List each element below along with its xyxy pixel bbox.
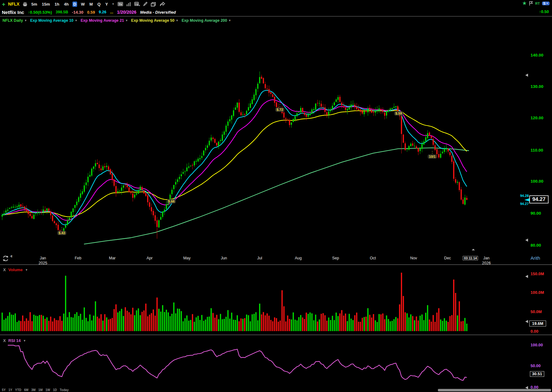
volume-bar xyxy=(31,321,33,331)
x-axis-tick: Apr xyxy=(146,256,152,261)
stat-cyan: 9.26 xyxy=(99,10,106,14)
indicator-item-2[interactable]: Exp Moving Average 21▼ xyxy=(81,18,128,23)
timeframe-button-4h[interactable]: 4h xyxy=(63,2,70,7)
indicator-dropdown-icon[interactable]: ▼ xyxy=(176,19,179,22)
volume-bar xyxy=(143,310,145,331)
candle-body xyxy=(304,113,305,115)
candle-body xyxy=(449,152,451,155)
volume-bar xyxy=(235,320,236,331)
candle-body xyxy=(82,191,83,194)
timeframe-dropdown-icon[interactable]: ▼ xyxy=(112,2,114,6)
range-button-1d[interactable]: 1D xyxy=(53,388,57,392)
timeframe-button-5m[interactable]: 5m xyxy=(30,2,38,7)
volume-bar xyxy=(181,311,182,331)
candle-body xyxy=(127,185,128,187)
indicator-dropdown-icon[interactable]: ▼ xyxy=(228,19,231,22)
rsi-dropdown-icon[interactable]: ▼ xyxy=(23,339,26,342)
candle-body xyxy=(311,109,313,114)
volume-bar xyxy=(434,322,436,331)
ticker-symbol[interactable]: NFLX xyxy=(8,2,20,7)
price-chart-canvas[interactable] xyxy=(0,0,552,392)
volume-bar xyxy=(293,312,294,331)
favorite-star-icon[interactable]: ★ xyxy=(522,1,527,6)
header-right-cluster: ★ RT S▼ xyxy=(522,1,550,6)
flag-icon[interactable] xyxy=(529,1,533,6)
range-button-1m[interactable]: 1M xyxy=(38,388,43,392)
volume-axis-label: 150.0M xyxy=(531,271,544,276)
scale-mode-label[interactable]: Arith xyxy=(531,255,540,261)
add-symbol-icon[interactable]: + xyxy=(2,1,5,7)
indicator-item-3[interactable]: Exp Moving Average 50▼ xyxy=(131,18,179,23)
draw-pencil-icon[interactable] xyxy=(143,2,148,7)
candle-body xyxy=(401,116,402,134)
indicator-item-1[interactable]: Exp Moving Average 10▼ xyxy=(30,18,77,23)
volume-dropdown-icon[interactable]: ▼ xyxy=(25,268,28,271)
indicator-dropdown-icon[interactable]: ▼ xyxy=(75,19,77,22)
range-button-5y[interactable]: 5Y xyxy=(2,388,6,392)
range-button-1y[interactable]: 1Y xyxy=(8,388,12,392)
candle-body xyxy=(453,161,454,179)
candle-body xyxy=(3,213,5,215)
candle-body xyxy=(364,111,365,114)
timeframe-button-w[interactable]: W xyxy=(80,2,86,7)
range-button-ytd[interactable]: YTD xyxy=(15,388,21,392)
timeframe-button-m[interactable]: M xyxy=(89,2,94,7)
volume-bar xyxy=(229,319,230,331)
candle-body xyxy=(128,187,130,192)
volume-bar xyxy=(382,313,383,331)
candle-body xyxy=(423,142,424,145)
indicator-dropdown-icon[interactable]: ▼ xyxy=(125,19,128,22)
volume-bar xyxy=(246,315,247,331)
volume-bar xyxy=(20,321,21,331)
candle-body xyxy=(328,112,329,115)
candle-body xyxy=(136,193,137,194)
stream-source-badge[interactable]: S▼ xyxy=(542,2,550,5)
volume-bar xyxy=(431,321,432,331)
candle-body xyxy=(80,194,81,198)
candle-body xyxy=(108,166,109,170)
rsi-title[interactable]: RSI 14 xyxy=(8,338,21,343)
candle-body xyxy=(119,191,120,192)
candle-body xyxy=(149,202,150,207)
volume-bar xyxy=(280,321,281,331)
indicator-item-4[interactable]: Exp Moving Average 200▼ xyxy=(182,18,231,23)
candle-body xyxy=(123,185,124,188)
range-button-3m[interactable]: 3M xyxy=(31,388,35,392)
indicator-item-0[interactable]: NFLX Daily▼ xyxy=(2,18,27,23)
candle-body xyxy=(412,144,413,146)
tv-icon[interactable]: Tv xyxy=(117,2,123,7)
folder-icon[interactable] xyxy=(151,2,156,7)
candle-body xyxy=(31,216,33,218)
timeframe-button-15m[interactable]: 15m xyxy=(41,2,51,7)
volume-title[interactable]: Volume xyxy=(8,267,23,272)
volume-bar xyxy=(199,320,201,331)
candle-body xyxy=(451,156,452,162)
volume-bars-icon[interactable] xyxy=(126,2,131,7)
candle-body xyxy=(388,110,389,112)
range-button-1w[interactable]: 1W xyxy=(45,388,50,392)
timeframe-button-1h[interactable]: 1h xyxy=(54,2,60,7)
rsi-close-button[interactable]: X xyxy=(3,338,6,343)
volume-bar xyxy=(350,319,352,331)
timeframe-button-d[interactable]: D xyxy=(72,2,77,7)
timeframe-button-y[interactable]: Y xyxy=(104,2,109,7)
compress-button-label[interactable]: c xyxy=(11,254,12,258)
volume-bar xyxy=(296,320,298,331)
volume-bar xyxy=(26,318,27,331)
print-icon[interactable] xyxy=(22,2,28,7)
volume-close-button[interactable]: X xyxy=(3,267,6,272)
stat-ellipsis[interactable]: ... xyxy=(110,10,113,14)
calculator-add-icon[interactable]: + xyxy=(134,2,140,7)
indicator-dropdown-icon[interactable]: ▼ xyxy=(24,19,27,22)
share-icon[interactable] xyxy=(159,2,165,7)
volume-bar xyxy=(117,312,118,331)
axis-arrow-icon xyxy=(525,74,528,77)
refresh-cycle-icon[interactable] xyxy=(2,255,9,262)
volume-bar xyxy=(347,321,348,331)
timeframe-button-q[interactable]: Q xyxy=(96,2,101,7)
chart-annotation: 10/1 xyxy=(428,154,437,159)
trading-app-window: + NFLX 5m15m1h4hDWMQY ▼ Tv + ★ RT xyxy=(0,0,552,392)
range-button-6m[interactable]: 6M xyxy=(24,388,28,392)
range-button-today[interactable]: Today xyxy=(60,388,69,392)
candle-body xyxy=(253,95,255,100)
